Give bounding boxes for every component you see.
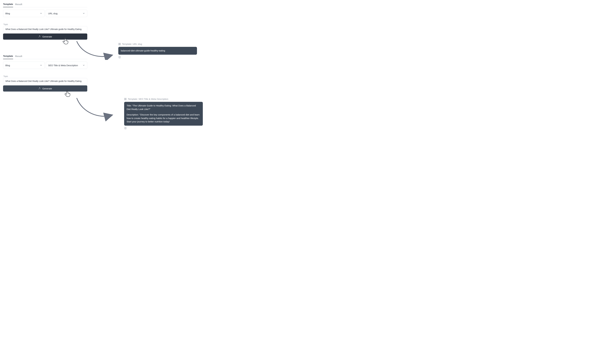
chevron-down-icon xyxy=(83,12,85,15)
topic-input[interactable] xyxy=(3,26,87,32)
topic-label: Topic xyxy=(3,23,87,26)
copy-icon[interactable] xyxy=(124,127,127,129)
tab-result[interactable]: Result xyxy=(15,53,22,59)
template-panel-1: Template Result Blog URL slug Topic Gene… xyxy=(3,1,87,40)
svg-rect-3 xyxy=(119,44,119,45)
generate-button-label: Generate xyxy=(42,35,52,38)
select-row: Blog URL slug xyxy=(3,10,87,17)
category-select[interactable]: Blog xyxy=(3,62,45,69)
template-grid-icon xyxy=(118,43,121,45)
select-row: Blog SEO Title & Meta Description xyxy=(3,62,87,69)
result-block-1: Template: URL slug balanced-diet-ultimat… xyxy=(118,43,197,59)
template-select[interactable]: SEO Title & Meta Description xyxy=(46,62,87,69)
chevron-down-icon xyxy=(40,64,42,66)
result-card: balanced-diet-ultimate-guide-healthy-eat… xyxy=(118,47,197,55)
topic-label: Topic xyxy=(3,75,87,78)
template-panel-2: Template Result Blog SEO Title & Meta De… xyxy=(3,53,87,91)
tabs: Template Result xyxy=(3,53,87,59)
svg-rect-4 xyxy=(120,44,120,45)
tab-template[interactable]: Template xyxy=(3,1,13,7)
svg-rect-2 xyxy=(120,43,120,44)
sparkles-icon xyxy=(39,87,41,90)
arrow-icon xyxy=(74,95,114,121)
result-block-2: Template: SEO Title & Meta Description T… xyxy=(124,98,203,130)
sparkles-icon xyxy=(39,35,41,38)
template-select-value: URL slug xyxy=(48,12,58,15)
copy-icon[interactable] xyxy=(118,56,121,58)
result-text: balanced-diet-ultimate-guide-healthy-eat… xyxy=(121,49,195,52)
category-select-value: Blog xyxy=(5,64,10,67)
template-select-value: SEO Title & Meta Description xyxy=(48,64,78,67)
tabs: Template Result xyxy=(3,1,87,7)
result-header: Template: SEO Title & Meta Description xyxy=(124,98,203,100)
result-title-line: Title: "The Ultimate Guide to Healthy Ea… xyxy=(127,104,200,111)
tab-result[interactable]: Result xyxy=(15,1,22,7)
topic-input[interactable] xyxy=(3,78,87,84)
result-card: Title: "The Ultimate Guide to Healthy Ea… xyxy=(124,102,203,126)
svg-rect-10 xyxy=(125,99,126,100)
chevron-down-icon xyxy=(83,64,85,66)
svg-rect-8 xyxy=(125,98,126,99)
tab-template[interactable]: Template xyxy=(3,53,13,59)
svg-rect-7 xyxy=(125,98,125,99)
result-header: Template: URL slug xyxy=(118,43,197,45)
generate-button[interactable]: Generate xyxy=(3,33,87,40)
chevron-down-icon xyxy=(40,12,42,15)
result-header-text: Template: URL slug xyxy=(122,43,142,45)
template-select[interactable]: URL slug xyxy=(46,10,87,17)
svg-rect-1 xyxy=(119,43,119,44)
result-header-text: Template: SEO Title & Meta Description xyxy=(128,98,168,100)
category-select[interactable]: Blog xyxy=(3,10,45,17)
template-grid-icon xyxy=(124,98,127,100)
svg-rect-5 xyxy=(119,56,120,58)
svg-rect-11 xyxy=(125,127,126,128)
generate-button-label: Generate xyxy=(42,87,52,90)
generate-button[interactable]: Generate xyxy=(3,85,87,91)
category-select-value: Blog xyxy=(5,12,10,15)
result-description-line: Description: "Discover the key component… xyxy=(127,113,200,124)
svg-rect-9 xyxy=(125,99,125,100)
